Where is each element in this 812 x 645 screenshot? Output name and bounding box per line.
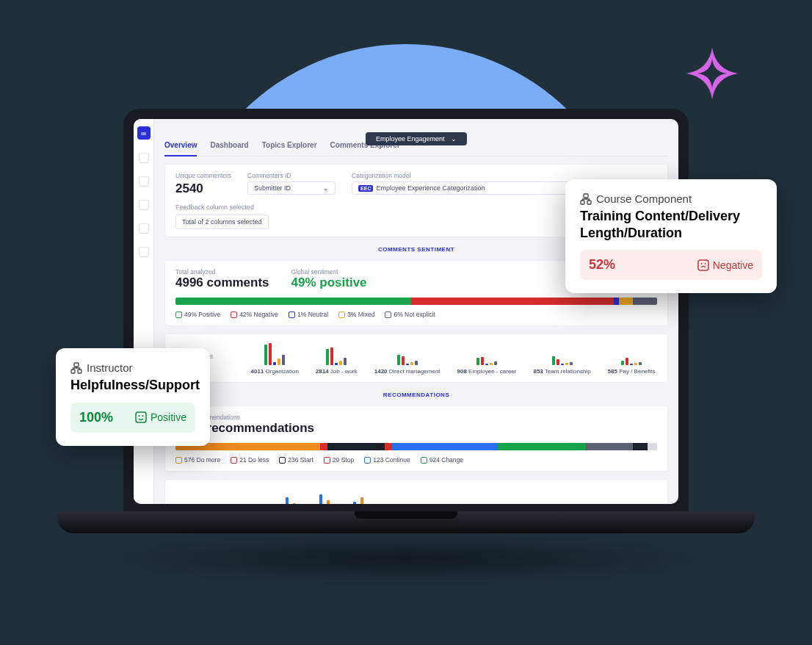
bar-segment bbox=[633, 298, 657, 305]
legend-item: 6% Not explicit bbox=[385, 311, 435, 318]
smile-icon bbox=[135, 411, 147, 423]
recs-total: 1909 recommendations bbox=[175, 421, 657, 436]
unique-commenters-label: Unique commenters bbox=[175, 172, 231, 179]
svg-rect-8 bbox=[587, 201, 591, 204]
svg-rect-0 bbox=[74, 363, 79, 367]
topic-recs-label: Topic recommendations bbox=[175, 503, 242, 504]
sentiment-legend: 49% Positive42% Negative1% Neutral3% Mix… bbox=[175, 311, 657, 318]
svg-rect-7 bbox=[581, 201, 584, 204]
app-logo-icon[interactable]: ııı bbox=[137, 126, 151, 140]
insight-column: 1420 Direct management bbox=[374, 342, 441, 375]
global-sentiment-value: 49% positive bbox=[291, 275, 367, 290]
bar-segment bbox=[175, 298, 411, 305]
bar-segment bbox=[320, 443, 327, 450]
bar-segment bbox=[585, 443, 634, 450]
popup-category: Instructor bbox=[87, 361, 133, 374]
unique-commenters-value: 2540 bbox=[175, 181, 231, 196]
insight-column: 853 Team relationship bbox=[533, 342, 590, 375]
recs-card: Total recommendations 1909 recommendatio… bbox=[164, 406, 668, 472]
insights-card: Topic insights 12016 4011 Organization28… bbox=[164, 334, 668, 383]
tab-overview[interactable]: Overview bbox=[164, 141, 197, 156]
legend-item: 123 Continue bbox=[364, 456, 410, 464]
recs-section-title: RECOMMENDATIONS bbox=[164, 392, 668, 398]
svg-point-4 bbox=[138, 415, 139, 417]
legend-item: 924 Change bbox=[421, 456, 463, 464]
sidebar-nav-icon[interactable] bbox=[139, 200, 149, 210]
legend-item: 3% Mixed bbox=[338, 311, 374, 318]
app-sidebar: ııı bbox=[134, 119, 154, 504]
legend-item: 576 Do more bbox=[175, 456, 220, 464]
svg-rect-2 bbox=[78, 370, 81, 373]
topic-recs-bars bbox=[286, 487, 363, 504]
insight-column: 2814 Job - work bbox=[316, 342, 358, 375]
frown-icon bbox=[697, 259, 709, 271]
bar-segment bbox=[327, 443, 385, 450]
legend-item: 49% Positive bbox=[175, 311, 220, 318]
svg-rect-1 bbox=[71, 370, 75, 373]
global-sentiment-label: Global sentiment bbox=[291, 268, 367, 275]
bar-segment bbox=[648, 443, 657, 450]
legend-item: 29 Stop bbox=[324, 456, 354, 464]
chevron-down-icon: ⌄ bbox=[323, 184, 329, 192]
popup-pct: 100% bbox=[79, 410, 113, 425]
bar-segment bbox=[633, 443, 648, 450]
bar-segment bbox=[411, 298, 614, 305]
legend-item: 42% Negative bbox=[231, 311, 278, 318]
sidebar-nav-icon[interactable] bbox=[139, 176, 149, 187]
legend-item: 236 Start bbox=[279, 456, 313, 464]
recs-bar-chart bbox=[175, 443, 657, 450]
popup-category: Course Component bbox=[596, 192, 692, 205]
sidebar-nav-icon[interactable] bbox=[139, 223, 149, 234]
laptop-mockup: ııı Employee Engagement ⌄ OverviewDashbo… bbox=[123, 109, 689, 536]
popup-title: Training Content/Delivery Length/Duratio… bbox=[580, 208, 762, 241]
eec-badge: EEC bbox=[358, 185, 373, 192]
legend-item: 21 Do less bbox=[231, 456, 269, 464]
insight-column: 908 Employee - career bbox=[457, 342, 517, 375]
total-analyzed-label: Total analyzed bbox=[175, 268, 269, 275]
recs-legend: 576 Do more21 Do less236 Start29 Stop123… bbox=[175, 456, 657, 464]
popup-course-card: Course Component Training Content/Delive… bbox=[565, 179, 777, 293]
sentiment-bar-chart bbox=[175, 298, 657, 305]
sparkle-icon bbox=[683, 44, 742, 103]
popup-pct: 52% bbox=[589, 257, 615, 273]
tab-dashboard[interactable]: Dashboard bbox=[210, 141, 248, 150]
context-dropdown[interactable]: Employee Engagement ⌄ bbox=[366, 132, 467, 145]
svg-rect-9 bbox=[698, 260, 708, 270]
popup-sentiment: Negative bbox=[713, 259, 753, 271]
commenters-id-label: Commenters ID bbox=[247, 172, 336, 179]
cat-model-label: Categorization model bbox=[352, 172, 657, 179]
popup-title: Helpfulness/Support bbox=[70, 377, 195, 394]
svg-point-5 bbox=[142, 415, 143, 417]
svg-point-11 bbox=[704, 263, 706, 264]
bar-segment bbox=[619, 298, 634, 305]
svg-rect-3 bbox=[136, 412, 146, 422]
bar-segment bbox=[392, 443, 498, 450]
bar-segment bbox=[498, 443, 584, 450]
chevron-down-icon: ⌄ bbox=[451, 135, 457, 143]
sidebar-nav-icon[interactable] bbox=[139, 247, 149, 257]
bar-segment bbox=[385, 443, 392, 450]
feedback-col-pill[interactable]: Total of 2 columns selected bbox=[175, 215, 269, 229]
context-label: Employee Engagement bbox=[376, 135, 445, 143]
recs-label: Total recommendations bbox=[175, 414, 657, 421]
insight-column: 585 Pay / Benefits bbox=[608, 342, 656, 375]
topic-recs-card: Topic recommendations bbox=[164, 479, 668, 504]
tab-topics-explorer[interactable]: Topics Explorer bbox=[262, 141, 317, 150]
popup-instructor-card: Instructor Helpfulness/Support 100% Posi… bbox=[56, 348, 210, 446]
legend-item: 1% Neutral bbox=[289, 311, 328, 318]
hierarchy-icon bbox=[70, 362, 82, 374]
commenters-id-select[interactable]: Submitter ID ⌄ bbox=[247, 181, 336, 195]
svg-rect-6 bbox=[584, 194, 588, 198]
total-analyzed-value: 4996 comments bbox=[175, 275, 269, 290]
popup-sentiment: Positive bbox=[151, 411, 186, 423]
hierarchy-icon bbox=[580, 193, 592, 205]
svg-point-10 bbox=[700, 263, 702, 264]
insight-column: 4011 Organization bbox=[250, 342, 298, 375]
sidebar-nav-icon[interactable] bbox=[139, 153, 149, 163]
